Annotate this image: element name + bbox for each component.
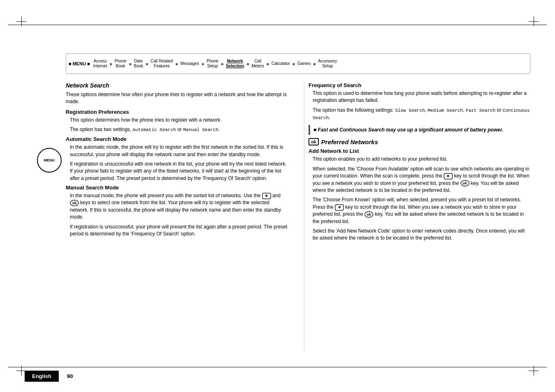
footer-page-number: 90	[67, 373, 73, 379]
freq-p2: The option has the following settings: S…	[309, 107, 530, 122]
preferred-networks-title: ok Preferred Networks	[309, 138, 530, 145]
nav-item-games[interactable]: Games	[296, 60, 312, 67]
nav-item-phone-book[interactable]: PhoneBook	[113, 58, 128, 69]
nav-key-icon-3: ⊕	[335, 204, 344, 211]
main-content: Network Search These options determine h…	[66, 82, 530, 351]
freq-note: ■ Fast and Continuous Search may use up …	[309, 125, 530, 135]
nav-item-date-book[interactable]: DateBook	[132, 58, 145, 69]
nav-arrow: ■	[146, 62, 148, 66]
reg-pref-setting: The option has two settings, Automatic S…	[66, 126, 288, 134]
nav-item-call-meters[interactable]: CallMeters	[250, 58, 266, 69]
auto-mode-title: Automatic Search Mode	[66, 136, 288, 142]
left-column: Network Search These options determine h…	[66, 82, 292, 351]
freq-p1: This option is used to determine how lon…	[309, 90, 530, 104]
nav-item-call-related[interactable]: Call RelatedFeatures	[149, 58, 175, 69]
ok-badge-icon: ok	[309, 138, 319, 145]
right-column: Frequency of Search This option is used …	[304, 82, 530, 351]
nav-arrow: ■	[129, 62, 131, 66]
nav-item-phone-setup[interactable]: PhoneSetup	[205, 58, 220, 69]
footer-language: English	[25, 371, 59, 382]
ok-key-icon-2: ok	[461, 180, 470, 187]
add-net-p1: This option enables you to add networks …	[309, 156, 530, 163]
reg-pref-body: This option determines how the phone tri…	[66, 117, 288, 124]
nav-item-accessory-setup[interactable]: AccessorySetup	[316, 58, 339, 69]
add-network-title: Add Network to List	[309, 148, 530, 154]
nav-items-container: ■ MENU ■ AccessInternet ■ PhoneBook ■ Da…	[69, 58, 527, 69]
manual-mode-p2: If registration is unsuccessful, your ph…	[66, 224, 288, 238]
footer: English 90	[25, 371, 530, 382]
manual-mode-p1: In the manual mode, the phone will prese…	[66, 192, 288, 221]
nav-key-icon-2: ⊕	[444, 173, 453, 180]
ok-key-icon: ok	[70, 200, 79, 206]
network-search-intro: These options determine how often your p…	[66, 91, 288, 106]
nav-arrow: ■	[313, 62, 315, 66]
menu-label: ■ MENU ■	[69, 61, 90, 66]
navigation-bar: ■ MENU ■ AccessInternet ■ PhoneBook ■ Da…	[66, 53, 530, 74]
nav-item-network-selection[interactable]: NetworkSelection	[224, 58, 246, 69]
nav-item-calculator[interactable]: Calculator	[270, 60, 292, 67]
nav-arrow: ■	[175, 62, 178, 66]
nav-arrow: ■	[292, 62, 295, 66]
nav-arrow: ■	[267, 62, 269, 66]
manual-mode-title: Manual Search Mode	[66, 184, 288, 191]
ok-key-icon-3: ok	[364, 211, 373, 218]
auto-mode-p1: In the automatic mode, the phone will tr…	[66, 144, 288, 158]
nav-arrow: ■	[202, 62, 204, 66]
auto-mode-p2: If registration is unsuccessful with one…	[66, 161, 288, 182]
nav-arrow: ■	[246, 62, 249, 66]
nav-arrow: ■	[110, 62, 112, 66]
nav-key-icon: ⊕	[262, 193, 271, 199]
reg-pref-title: Registration Preferences	[66, 109, 288, 115]
top-rule	[8, 25, 547, 25]
add-net-p2: When selected, the 'Choose From Availabl…	[309, 166, 530, 194]
nav-item-messages[interactable]: Messages	[179, 60, 201, 67]
nav-item-access-internet[interactable]: AccessInternet	[92, 58, 109, 69]
add-net-p3: The 'Choose From Known' option will, whe…	[309, 196, 530, 225]
network-search-title: Network Search	[66, 82, 288, 89]
add-net-p4: Select the 'Add New Network Code' option…	[309, 228, 530, 242]
menu-circle-icon: MENU	[37, 148, 62, 173]
freq-search-title: Frequency of Search	[309, 82, 530, 88]
nav-arrow: ■	[221, 62, 223, 66]
bottom-rule	[8, 367, 547, 367]
